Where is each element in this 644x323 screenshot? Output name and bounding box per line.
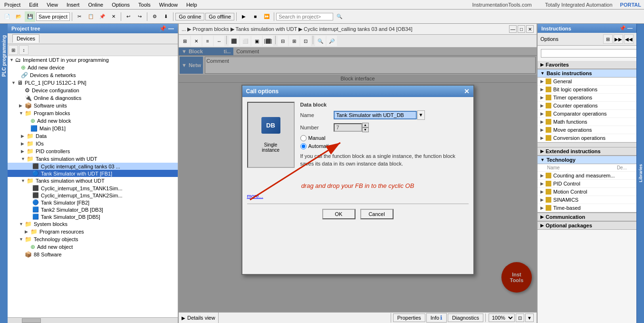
download-btn[interactable]: ⬇ bbox=[161, 11, 171, 22]
instr-item-motion[interactable]: ▶ Motion Control bbox=[538, 188, 636, 196]
breadcrumb-close-btn[interactable]: ✕ bbox=[526, 25, 534, 33]
tree-item-tanks-no-udt[interactable]: ▼ 📁 Tanks simulation without UDT bbox=[8, 177, 178, 185]
ct-btn-5[interactable]: ⬛ bbox=[229, 36, 239, 46]
tree-item-tech-objects[interactable]: ▼ 📁 Technology objects bbox=[8, 235, 178, 243]
menu-tools[interactable]: Tools bbox=[137, 2, 152, 8]
ct-btn-13[interactable]: 🔎 bbox=[327, 36, 337, 46]
tree-item-cyclic-calling[interactable]: ⬛ Cyclic interrupt_calling tanks 03 ... bbox=[8, 163, 178, 170]
start-btn[interactable]: ▶ bbox=[239, 11, 249, 22]
optional-packages-header[interactable]: ▶ Optional packages bbox=[538, 222, 636, 230]
instr-item-general[interactable]: ▶ General bbox=[538, 78, 636, 86]
rt-btn-3[interactable]: ◀◀ bbox=[624, 34, 634, 44]
search-submit-btn[interactable]: 🔍 bbox=[334, 11, 345, 22]
redo-btn[interactable]: ↪ bbox=[135, 11, 145, 22]
instr-item-pid-ctrl[interactable]: ▶ PID Control bbox=[538, 180, 636, 188]
ct-btn-10[interactable]: ⊞ bbox=[289, 36, 299, 46]
tree-sync-btn[interactable]: ↕ bbox=[19, 45, 29, 55]
breadcrumb-minimize-btn[interactable]: — bbox=[509, 25, 517, 33]
menu-insert[interactable]: Insert bbox=[65, 2, 81, 8]
ct-btn-12[interactable]: 🔍 bbox=[315, 36, 326, 46]
details-section[interactable]: ▶ Details view bbox=[179, 313, 219, 323]
go-offline-btn[interactable]: Go offline bbox=[205, 13, 234, 20]
instr-item-move[interactable]: ▶ Move operations bbox=[538, 126, 636, 134]
tree-item-prog-resources[interactable]: ▶ 📁 Program resources bbox=[8, 228, 178, 235]
tree-item-root[interactable]: ▼ 🗂 Implement UDT in your programming bbox=[8, 56, 178, 64]
ct-btn-2[interactable]: ✕ bbox=[191, 36, 202, 46]
rt-btn-1[interactable]: ⊞ bbox=[603, 34, 613, 44]
instr-item-math[interactable]: ▶ Math functions bbox=[538, 118, 636, 126]
rt-btn-2[interactable]: ▶▶ bbox=[614, 34, 623, 44]
paste-btn[interactable]: 📌 bbox=[97, 11, 107, 22]
stop-btn[interactable]: ■ bbox=[250, 11, 260, 22]
tree-item-device-config[interactable]: ⚙ Device configuration bbox=[8, 87, 178, 94]
tree-minimize-btn[interactable]: — bbox=[168, 25, 174, 32]
tree-filter-btn[interactable]: ⊞ bbox=[9, 45, 18, 55]
tree-item-cyclic-1ms-2[interactable]: ⬛ Cyclic_interrupt_1ms_TANK2Sim... bbox=[8, 192, 178, 199]
tree-item-add-new-obj[interactable]: ⊕ Add new object bbox=[8, 243, 178, 251]
tab-diagnostics[interactable]: Diagnostics bbox=[448, 313, 483, 322]
tree-item-add-device[interactable]: ⊕ Add new device bbox=[8, 64, 178, 71]
basic-instructions-header[interactable]: ▼ Basic instructions bbox=[538, 69, 636, 78]
tree-item-cyclic-1ms-1[interactable]: ⬛ Cyclic_interrupt_1ms_TANK1Sim... bbox=[8, 185, 178, 192]
tree-item-prog-blocks[interactable]: ▼ 📁 Program blocks bbox=[8, 109, 178, 117]
tree-item-add-block[interactable]: ⊕ Add new block bbox=[8, 117, 178, 125]
tree-item-devices-networks[interactable]: 🔗 Devices & networks bbox=[8, 71, 178, 79]
open-btn[interactable]: 📂 bbox=[13, 11, 24, 22]
menu-window[interactable]: Window bbox=[158, 2, 179, 8]
extended-instructions-header[interactable]: ▶ Extended instructions bbox=[538, 147, 636, 156]
tab-properties[interactable]: Properties bbox=[393, 313, 425, 322]
ct-btn-7[interactable]: ▣ bbox=[251, 36, 262, 46]
tree-item-plc1[interactable]: ▼ 🖥 PLC_1 [CPU 1512C-1 PN] bbox=[8, 79, 178, 87]
delete-btn[interactable]: ✕ bbox=[108, 11, 119, 22]
name-input[interactable] bbox=[334, 111, 417, 119]
tree-item-system-blocks[interactable]: ▼ 📁 System blocks bbox=[8, 220, 178, 228]
tree-item-tank-fb2[interactable]: 🔵 Tank Simulator [FB2] bbox=[8, 199, 178, 206]
technology-header[interactable]: ▼ Technology bbox=[538, 156, 636, 164]
ct-btn-1[interactable]: ⊞ bbox=[180, 36, 190, 46]
instruction-search-input[interactable] bbox=[541, 49, 637, 58]
instr-item-counter[interactable]: ▶ Counter operations bbox=[538, 102, 636, 110]
tree-item-software-88[interactable]: 📦 88 Software bbox=[8, 251, 178, 258]
tree-item-data[interactable]: ▶ 📁 Data bbox=[8, 132, 178, 140]
undo-btn[interactable]: ↩ bbox=[123, 11, 134, 22]
menu-edit[interactable]: Edit bbox=[28, 2, 39, 8]
tree-item-online-diag[interactable]: 🔌 Online & diagnostics bbox=[8, 94, 178, 102]
save-label[interactable]: Save project bbox=[36, 12, 70, 21]
copy-btn[interactable]: 📋 bbox=[86, 11, 96, 22]
cut-btn[interactable]: ✂ bbox=[74, 11, 85, 22]
zoom-select-btn[interactable]: ▼ bbox=[525, 313, 534, 322]
tree-item-tank-db5[interactable]: 🟦 Tank Simulator_DB [DB5] bbox=[8, 213, 178, 220]
instr-item-timer[interactable]: ▶ Timer operations bbox=[538, 94, 636, 102]
instr-item-bit-logic[interactable]: ▶ Bit logic operations bbox=[538, 86, 636, 94]
radio-automatic-input[interactable] bbox=[300, 143, 307, 149]
inst-minimize-btn[interactable]: — bbox=[627, 25, 633, 31]
run-btn[interactable]: ⏩ bbox=[261, 11, 272, 22]
ct-btn-3[interactable]: ≡ bbox=[202, 36, 213, 46]
cancel-button[interactable]: Cancel bbox=[360, 209, 394, 219]
ct-btn-8[interactable]: |⬛| bbox=[263, 36, 273, 46]
ct-btn-9[interactable]: ⊟ bbox=[278, 36, 288, 46]
spin-up-btn[interactable]: ▲ bbox=[362, 123, 369, 127]
radio-automatic[interactable]: Automatic bbox=[300, 143, 469, 149]
number-input[interactable] bbox=[334, 123, 362, 132]
ok-button[interactable]: OK bbox=[322, 209, 356, 219]
tree-item-main-ob1[interactable]: 🟦 Main [OB1] bbox=[8, 125, 178, 132]
save-btn[interactable]: 💾 bbox=[25, 11, 35, 22]
menu-help[interactable]: Help bbox=[185, 2, 199, 8]
radio-manual[interactable]: Manual bbox=[300, 135, 469, 141]
tree-item-ios[interactable]: ▶ 📁 IOs bbox=[8, 140, 178, 147]
more-link[interactable]: more... bbox=[247, 193, 263, 199]
radio-manual-input[interactable] bbox=[300, 135, 307, 141]
tab-info[interactable]: Info ℹ bbox=[426, 313, 447, 323]
zoom-fit-btn[interactable]: ⊡ bbox=[516, 313, 524, 322]
tree-item-pid[interactable]: ▶ 📁 PID controllers bbox=[8, 147, 178, 155]
ct-btn-6[interactable]: ⬜ bbox=[240, 36, 250, 46]
menu-project[interactable]: Project bbox=[3, 2, 22, 8]
ct-btn-4[interactable]: ↔ bbox=[214, 36, 224, 46]
inst-pin-btn[interactable]: 📌 bbox=[619, 25, 626, 31]
menu-online[interactable]: Online bbox=[87, 2, 105, 8]
spin-down-btn[interactable]: ▼ bbox=[362, 127, 369, 132]
menu-view[interactable]: View bbox=[45, 2, 59, 8]
details-expand-arrow[interactable]: ▶ bbox=[182, 315, 185, 321]
zoom-select[interactable]: 100% bbox=[489, 313, 515, 322]
